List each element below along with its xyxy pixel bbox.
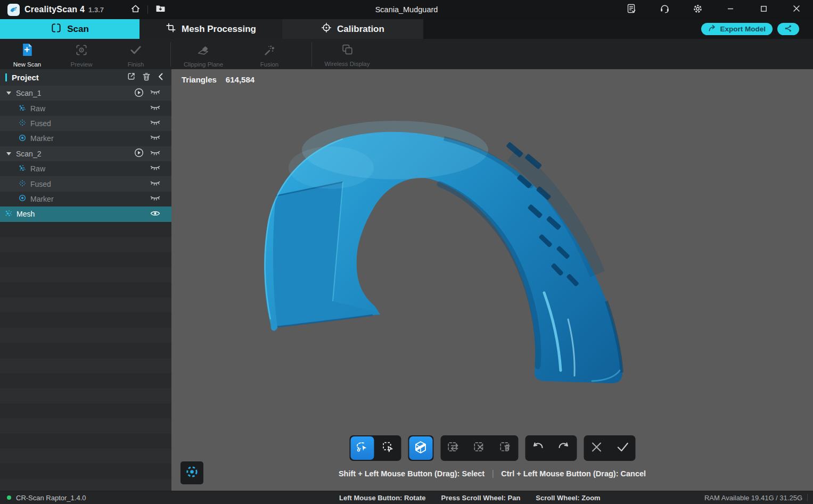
play-icon[interactable] xyxy=(134,88,144,99)
resize-grip[interactable] xyxy=(807,494,808,501)
history-group xyxy=(525,435,577,461)
share-button[interactable] xyxy=(777,23,799,35)
eye-closed-icon[interactable] xyxy=(150,195,160,203)
import-project-button[interactable] xyxy=(152,2,168,17)
tab-scan[interactable]: Scan xyxy=(0,19,139,39)
tree-item-label: Marker xyxy=(30,134,54,143)
mesh-icon xyxy=(5,210,13,219)
fused-icon xyxy=(19,180,26,188)
marker-icon xyxy=(19,134,26,143)
tree-item-label: Scan_2 xyxy=(16,150,41,158)
tree-item-label: Raw xyxy=(30,164,45,173)
tree-item-scan1-fused[interactable]: Fused xyxy=(0,116,171,131)
home-button[interactable] xyxy=(127,2,143,17)
cancel-icon xyxy=(590,441,603,456)
tab-scan-label: Scan xyxy=(67,24,89,35)
tree-item-scan1-raw[interactable]: Raw xyxy=(0,101,171,115)
finish-label: Finish xyxy=(128,61,144,68)
eye-closed-icon[interactable] xyxy=(150,180,160,188)
clipping-plane-button[interactable]: Clipping Plane xyxy=(172,39,235,69)
model-3d-mudguard[interactable] xyxy=(171,69,813,491)
selection-toolbar xyxy=(349,435,635,461)
eye-closed-icon[interactable] xyxy=(150,104,160,113)
through-select-icon xyxy=(414,441,428,456)
marker-view-button[interactable] xyxy=(180,461,203,484)
delete-project-icon[interactable] xyxy=(142,72,151,84)
export-model-button[interactable]: Export Model xyxy=(701,23,773,35)
tree-item-label: Marker xyxy=(30,195,54,203)
tree-item-scan1-marker[interactable]: Marker xyxy=(0,131,171,146)
expander-icon[interactable] xyxy=(6,152,11,155)
app-logo-icon xyxy=(7,4,20,16)
scan-tab-icon xyxy=(51,22,62,36)
eye-closed-icon[interactable] xyxy=(150,150,160,158)
import-project-icon xyxy=(155,3,166,16)
ribbon-divider xyxy=(170,42,171,67)
hint-cancel: Ctrl + Left Mouse Button (Drag): Cancel xyxy=(501,469,646,478)
select-through-button[interactable] xyxy=(409,436,432,460)
eye-closed-icon[interactable] xyxy=(150,134,160,143)
close-button[interactable] xyxy=(780,0,813,19)
tree-item-label: Fused xyxy=(30,180,51,188)
maximize-button[interactable] xyxy=(747,0,780,19)
headset-icon xyxy=(659,3,670,16)
tree-item-scan2-raw[interactable]: Raw xyxy=(0,161,171,176)
clear-selection-button[interactable] xyxy=(467,436,491,460)
titlebar[interactable]: CrealityScan 4 1.3.7 Scania_Mudguard xyxy=(0,0,813,19)
expander-icon[interactable] xyxy=(6,92,11,95)
cancel-selection-button[interactable] xyxy=(585,436,608,460)
selection-edit-group xyxy=(440,435,518,461)
tree-item-scan2-fused[interactable]: Fused xyxy=(0,176,171,191)
ram-available: RAM Available 19.41G / 31.25G xyxy=(704,494,802,502)
new-scan-button[interactable]: New Scan xyxy=(0,39,54,69)
tree-item-label: Scan_1 xyxy=(16,89,41,97)
finish-icon xyxy=(129,43,143,59)
export-icon xyxy=(708,24,717,34)
rect-select-button[interactable] xyxy=(376,436,400,460)
settings-button[interactable] xyxy=(681,0,714,19)
support-button[interactable] xyxy=(648,0,681,19)
hint-zoom: Scroll Wheel: Zoom xyxy=(536,494,600,502)
release-notes-button[interactable] xyxy=(615,0,648,19)
play-icon[interactable] xyxy=(134,148,144,159)
share-icon xyxy=(784,24,792,34)
wireless-display-button[interactable]: Wireless Display xyxy=(313,39,381,69)
gear-icon xyxy=(692,3,703,16)
tree-item-label: Mesh xyxy=(17,210,35,218)
minimize-button[interactable] xyxy=(714,0,747,19)
mesh-tab-icon xyxy=(166,22,176,36)
eye-closed-icon[interactable] xyxy=(150,89,160,97)
eye-closed-icon[interactable] xyxy=(150,164,160,173)
tree-item-mesh[interactable]: Mesh xyxy=(0,206,171,221)
tab-calibration[interactable]: Calibration xyxy=(282,19,423,39)
mouse-hints: Left Mouse Button: Rotate Press Scroll W… xyxy=(339,494,601,502)
triangle-count-value: 614,584 xyxy=(226,75,254,84)
export-project-icon[interactable] xyxy=(126,71,136,84)
fusion-button[interactable]: Fusion xyxy=(235,39,304,69)
rect-select-icon xyxy=(382,441,395,456)
tree-item-scan2-marker[interactable]: Marker xyxy=(0,192,171,206)
eye-closed-icon[interactable] xyxy=(150,119,160,128)
confirm-selection-button[interactable] xyxy=(611,436,634,460)
titlebar-separator xyxy=(147,5,148,14)
tree-item-scan1[interactable]: Scan_1 xyxy=(0,86,171,101)
eye-open-icon[interactable] xyxy=(150,210,160,219)
wireless-display-label: Wireless Display xyxy=(325,61,370,67)
lasso-select-button[interactable] xyxy=(350,436,374,460)
delete-selection-button[interactable] xyxy=(494,436,517,460)
invert-selection-button[interactable] xyxy=(441,436,465,460)
redo-button[interactable] xyxy=(552,436,576,460)
tab-mesh-processing[interactable]: Mesh Processing xyxy=(139,19,282,39)
finish-button[interactable]: Finish xyxy=(109,39,163,69)
viewport-3d[interactable]: Triangles 614,584 xyxy=(171,69,813,491)
hint-pan: Press Scroll Wheel: Pan xyxy=(441,494,520,502)
undo-button[interactable] xyxy=(526,436,549,460)
lasso-select-icon xyxy=(356,441,369,456)
collapse-panel-icon[interactable] xyxy=(157,72,165,83)
tree-item-label: Fused xyxy=(30,119,51,128)
statusbar: CR-Scan Raptor_1.4.0 Left Mouse Button: … xyxy=(0,491,813,504)
view-marker-icon xyxy=(185,465,199,481)
tree-item-scan2[interactable]: Scan_2 xyxy=(0,146,171,161)
new-scan-label: New Scan xyxy=(13,61,41,68)
preview-button[interactable]: Preview xyxy=(54,39,109,69)
